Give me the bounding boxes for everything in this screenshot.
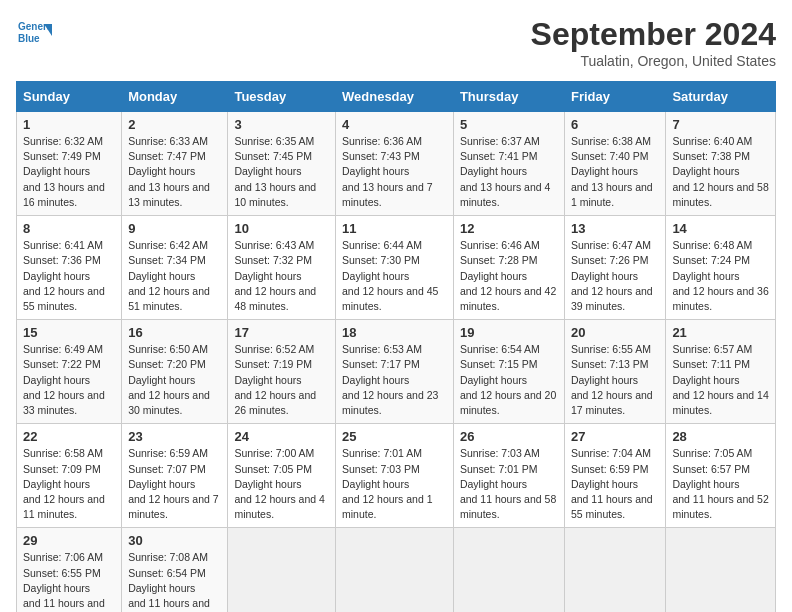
day-info: Sunrise: 7:03 AM Sunset: 7:01 PM Dayligh… [460,446,558,522]
day-cell: 20 Sunrise: 6:55 AM Sunset: 7:13 PM Dayl… [564,320,665,424]
day-number: 23 [128,429,221,444]
day-cell: 6 Sunrise: 6:38 AM Sunset: 7:40 PM Dayli… [564,112,665,216]
day-number: 28 [672,429,769,444]
day-cell: 30 Sunrise: 7:08 AM Sunset: 6:54 PM Dayl… [122,528,228,612]
day-number: 27 [571,429,659,444]
day-info: Sunrise: 6:44 AM Sunset: 7:30 PM Dayligh… [342,238,447,314]
day-number: 13 [571,221,659,236]
col-header-saturday: Saturday [666,82,776,112]
day-cell: 21 Sunrise: 6:57 AM Sunset: 7:11 PM Dayl… [666,320,776,424]
day-number: 30 [128,533,221,548]
day-cell: 25 Sunrise: 7:01 AM Sunset: 7:03 PM Dayl… [336,424,454,528]
day-info: Sunrise: 6:33 AM Sunset: 7:47 PM Dayligh… [128,134,221,210]
day-cell: 29 Sunrise: 7:06 AM Sunset: 6:55 PM Dayl… [17,528,122,612]
day-cell: 1 Sunrise: 6:32 AM Sunset: 7:49 PM Dayli… [17,112,122,216]
header: General Blue September 2024 Tualatin, Or… [16,16,776,69]
col-header-thursday: Thursday [453,82,564,112]
day-number: 19 [460,325,558,340]
day-cell [564,528,665,612]
day-info: Sunrise: 6:59 AM Sunset: 7:07 PM Dayligh… [128,446,221,522]
day-number: 3 [234,117,329,132]
day-info: Sunrise: 6:40 AM Sunset: 7:38 PM Dayligh… [672,134,769,210]
day-number: 25 [342,429,447,444]
day-cell [336,528,454,612]
day-number: 18 [342,325,447,340]
day-info: Sunrise: 6:52 AM Sunset: 7:19 PM Dayligh… [234,342,329,418]
day-cell: 4 Sunrise: 6:36 AM Sunset: 7:43 PM Dayli… [336,112,454,216]
day-info: Sunrise: 6:35 AM Sunset: 7:45 PM Dayligh… [234,134,329,210]
day-cell [453,528,564,612]
week-row-2: 8 Sunrise: 6:41 AM Sunset: 7:36 PM Dayli… [17,216,776,320]
header-row: SundayMondayTuesdayWednesdayThursdayFrid… [17,82,776,112]
day-number: 17 [234,325,329,340]
day-number: 24 [234,429,329,444]
month-title: September 2024 [531,16,776,53]
col-header-monday: Monday [122,82,228,112]
day-info: Sunrise: 6:42 AM Sunset: 7:34 PM Dayligh… [128,238,221,314]
day-number: 15 [23,325,115,340]
day-info: Sunrise: 6:53 AM Sunset: 7:17 PM Dayligh… [342,342,447,418]
col-header-tuesday: Tuesday [228,82,336,112]
day-cell: 15 Sunrise: 6:49 AM Sunset: 7:22 PM Dayl… [17,320,122,424]
day-cell: 9 Sunrise: 6:42 AM Sunset: 7:34 PM Dayli… [122,216,228,320]
logo-icon: General Blue [16,16,52,52]
day-info: Sunrise: 7:01 AM Sunset: 7:03 PM Dayligh… [342,446,447,522]
day-cell: 23 Sunrise: 6:59 AM Sunset: 7:07 PM Dayl… [122,424,228,528]
day-cell: 3 Sunrise: 6:35 AM Sunset: 7:45 PM Dayli… [228,112,336,216]
day-info: Sunrise: 6:55 AM Sunset: 7:13 PM Dayligh… [571,342,659,418]
day-number: 21 [672,325,769,340]
day-info: Sunrise: 6:38 AM Sunset: 7:40 PM Dayligh… [571,134,659,210]
col-header-sunday: Sunday [17,82,122,112]
day-info: Sunrise: 6:36 AM Sunset: 7:43 PM Dayligh… [342,134,447,210]
day-info: Sunrise: 6:49 AM Sunset: 7:22 PM Dayligh… [23,342,115,418]
day-info: Sunrise: 6:46 AM Sunset: 7:28 PM Dayligh… [460,238,558,314]
day-cell: 26 Sunrise: 7:03 AM Sunset: 7:01 PM Dayl… [453,424,564,528]
svg-text:Blue: Blue [18,33,40,44]
day-cell [228,528,336,612]
week-row-3: 15 Sunrise: 6:49 AM Sunset: 7:22 PM Dayl… [17,320,776,424]
day-number: 1 [23,117,115,132]
title-area: September 2024 Tualatin, Oregon, United … [531,16,776,69]
week-row-1: 1 Sunrise: 6:32 AM Sunset: 7:49 PM Dayli… [17,112,776,216]
day-number: 20 [571,325,659,340]
day-info: Sunrise: 6:50 AM Sunset: 7:20 PM Dayligh… [128,342,221,418]
day-info: Sunrise: 6:58 AM Sunset: 7:09 PM Dayligh… [23,446,115,522]
day-info: Sunrise: 7:06 AM Sunset: 6:55 PM Dayligh… [23,550,115,612]
day-number: 10 [234,221,329,236]
day-number: 14 [672,221,769,236]
col-header-friday: Friday [564,82,665,112]
day-info: Sunrise: 7:05 AM Sunset: 6:57 PM Dayligh… [672,446,769,522]
day-cell: 27 Sunrise: 7:04 AM Sunset: 6:59 PM Dayl… [564,424,665,528]
location-title: Tualatin, Oregon, United States [531,53,776,69]
day-info: Sunrise: 6:32 AM Sunset: 7:49 PM Dayligh… [23,134,115,210]
day-info: Sunrise: 7:04 AM Sunset: 6:59 PM Dayligh… [571,446,659,522]
day-cell: 17 Sunrise: 6:52 AM Sunset: 7:19 PM Dayl… [228,320,336,424]
day-cell: 19 Sunrise: 6:54 AM Sunset: 7:15 PM Dayl… [453,320,564,424]
day-number: 16 [128,325,221,340]
day-info: Sunrise: 6:43 AM Sunset: 7:32 PM Dayligh… [234,238,329,314]
day-info: Sunrise: 6:54 AM Sunset: 7:15 PM Dayligh… [460,342,558,418]
day-info: Sunrise: 7:08 AM Sunset: 6:54 PM Dayligh… [128,550,221,612]
day-info: Sunrise: 6:57 AM Sunset: 7:11 PM Dayligh… [672,342,769,418]
day-cell: 12 Sunrise: 6:46 AM Sunset: 7:28 PM Dayl… [453,216,564,320]
day-info: Sunrise: 6:37 AM Sunset: 7:41 PM Dayligh… [460,134,558,210]
day-cell [666,528,776,612]
day-cell: 5 Sunrise: 6:37 AM Sunset: 7:41 PM Dayli… [453,112,564,216]
logo: General Blue [16,16,52,52]
day-info: Sunrise: 7:00 AM Sunset: 7:05 PM Dayligh… [234,446,329,522]
day-cell: 24 Sunrise: 7:00 AM Sunset: 7:05 PM Dayl… [228,424,336,528]
calendar-table: SundayMondayTuesdayWednesdayThursdayFrid… [16,81,776,612]
day-cell: 18 Sunrise: 6:53 AM Sunset: 7:17 PM Dayl… [336,320,454,424]
day-number: 29 [23,533,115,548]
col-header-wednesday: Wednesday [336,82,454,112]
day-number: 26 [460,429,558,444]
day-number: 22 [23,429,115,444]
day-cell: 2 Sunrise: 6:33 AM Sunset: 7:47 PM Dayli… [122,112,228,216]
day-number: 7 [672,117,769,132]
day-number: 4 [342,117,447,132]
day-cell: 28 Sunrise: 7:05 AM Sunset: 6:57 PM Dayl… [666,424,776,528]
day-cell: 8 Sunrise: 6:41 AM Sunset: 7:36 PM Dayli… [17,216,122,320]
day-number: 6 [571,117,659,132]
day-info: Sunrise: 6:48 AM Sunset: 7:24 PM Dayligh… [672,238,769,314]
day-cell: 7 Sunrise: 6:40 AM Sunset: 7:38 PM Dayli… [666,112,776,216]
